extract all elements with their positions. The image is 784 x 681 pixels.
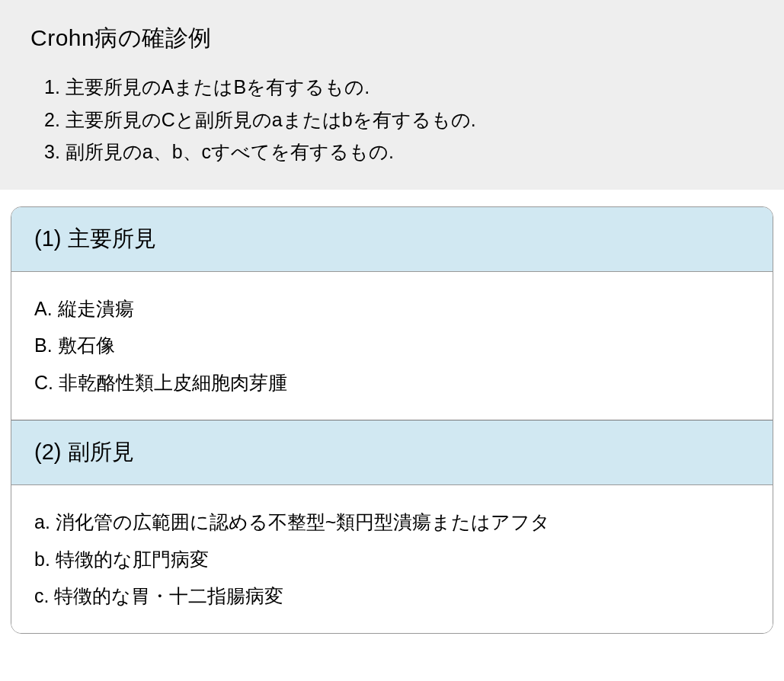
findings-box: (1) 主要所見 A. 縦走潰瘍 B. 敷石像 C. 非乾酪性類上皮細胞肉芽腫 … — [11, 206, 773, 635]
finding-item: a. 消化管の広範囲に認める不整型~類円型潰瘍またはアフタ — [34, 504, 750, 541]
finding-item: A. 縦走潰瘍 — [34, 290, 750, 328]
section-header-minor: (2) 副所見 — [11, 420, 773, 485]
finding-item: b. 特徴的な肛門病変 — [34, 541, 750, 578]
criteria-list: 1. 主要所見のAまたはBを有するもの. 2. 主要所見のCと副所見のaまたはb… — [30, 71, 754, 168]
diagnosis-criteria-panel: Crohn病の確診例 1. 主要所見のAまたはBを有するもの. 2. 主要所見の… — [0, 0, 784, 190]
finding-item: B. 敷石像 — [34, 327, 750, 364]
panel-title: Crohn病の確診例 — [30, 23, 754, 54]
criteria-item: 3. 副所見のa、b、cすべてを有するもの. — [44, 136, 754, 168]
finding-item: C. 非乾酪性類上皮細胞肉芽腫 — [34, 364, 750, 401]
section-body-major: A. 縦走潰瘍 B. 敷石像 C. 非乾酪性類上皮細胞肉芽腫 — [11, 272, 773, 420]
criteria-item: 2. 主要所見のCと副所見のaまたはbを有するもの. — [44, 104, 754, 136]
criteria-item: 1. 主要所見のAまたはBを有するもの. — [44, 71, 754, 104]
section-header-major: (1) 主要所見 — [11, 207, 773, 272]
finding-item: c. 特徴的な胃・十二指腸病変 — [34, 577, 750, 615]
section-body-minor: a. 消化管の広範囲に認める不整型~類円型潰瘍またはアフタ b. 特徴的な肛門病… — [11, 485, 773, 633]
